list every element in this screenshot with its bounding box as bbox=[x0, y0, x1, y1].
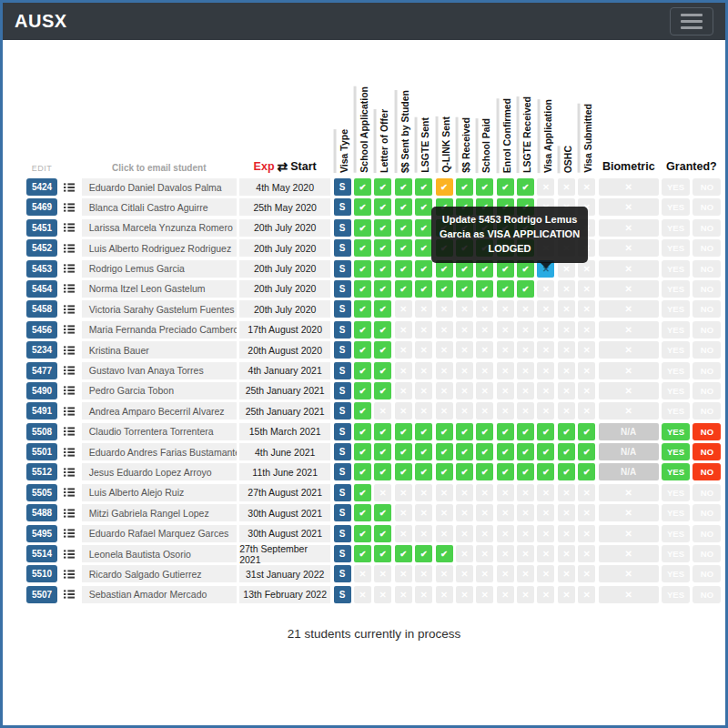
status-cell[interactable]: ✕ bbox=[558, 178, 575, 196]
status-cell[interactable]: ✔ bbox=[558, 463, 575, 480]
student-email-link[interactable]: Luis Alberto Alejo Ruiz bbox=[82, 484, 237, 501]
student-id-button[interactable]: 5508 bbox=[26, 423, 57, 440]
status-cell[interactable]: ✔ bbox=[415, 219, 432, 237]
status-cell[interactable]: ✔ bbox=[395, 239, 412, 257]
status-cell[interactable]: ✔ bbox=[436, 423, 453, 440]
granted-no-button[interactable]: NO bbox=[693, 463, 721, 480]
exp-start-sort-toggle[interactable]: Exp ⇄ Start bbox=[239, 160, 330, 173]
biometric-cell[interactable]: ✕ bbox=[599, 504, 659, 521]
status-cell[interactable]: ✕ bbox=[456, 362, 473, 379]
granted-no-button[interactable]: NO bbox=[693, 423, 721, 440]
status-cell[interactable]: ✔ bbox=[456, 178, 473, 196]
student-email-link[interactable]: Pedro Garcia Tobon bbox=[82, 382, 237, 399]
list-icon[interactable] bbox=[60, 219, 78, 237]
granted-yes-button[interactable]: YES bbox=[662, 362, 690, 379]
list-icon[interactable] bbox=[60, 300, 78, 318]
granted-no-button[interactable]: NO bbox=[693, 586, 721, 603]
status-cell[interactable]: ✕ bbox=[537, 586, 554, 603]
status-cell[interactable]: ✔ bbox=[395, 545, 412, 562]
status-cell[interactable]: ✕ bbox=[578, 178, 595, 196]
status-cell[interactable]: ✕ bbox=[558, 300, 575, 318]
status-cell[interactable]: ✕ bbox=[476, 565, 493, 582]
status-cell[interactable]: ✕ bbox=[558, 545, 575, 562]
status-cell[interactable]: ✕ bbox=[517, 382, 534, 399]
biometric-cell[interactable]: ✕ bbox=[599, 260, 659, 278]
status-cell[interactable]: ✔ bbox=[354, 484, 371, 501]
status-cell[interactable]: ✔ bbox=[374, 382, 391, 399]
status-cell[interactable]: ✕ bbox=[415, 586, 432, 603]
status-cell[interactable]: ✕ bbox=[578, 484, 595, 501]
status-cell[interactable]: ✕ bbox=[537, 341, 554, 359]
status-cell[interactable]: ✔ bbox=[374, 280, 391, 298]
visa-type-cell[interactable]: S bbox=[334, 178, 351, 196]
visa-type-cell[interactable]: S bbox=[334, 402, 351, 420]
status-cell[interactable]: ✔ bbox=[436, 443, 453, 460]
list-icon[interactable] bbox=[60, 260, 78, 278]
status-cell[interactable]: ✕ bbox=[558, 565, 575, 582]
status-cell[interactable]: ✕ bbox=[415, 504, 432, 521]
granted-no-button[interactable]: NO bbox=[693, 178, 721, 196]
granted-yes-button[interactable]: YES bbox=[662, 219, 690, 237]
status-cell[interactable]: ✔ bbox=[415, 443, 432, 460]
status-cell[interactable]: ✕ bbox=[395, 321, 412, 339]
granted-yes-button[interactable]: YES bbox=[662, 321, 690, 339]
status-cell[interactable]: ✔ bbox=[517, 280, 534, 298]
status-cell[interactable]: ✔ bbox=[497, 463, 514, 480]
status-cell[interactable]: ✕ bbox=[578, 545, 595, 562]
list-icon[interactable] bbox=[60, 586, 78, 603]
visa-type-cell[interactable]: S bbox=[334, 525, 351, 542]
student-email-link[interactable]: Norma Itzel Leon Gastelum bbox=[82, 280, 237, 298]
status-cell[interactable]: ✕ bbox=[497, 362, 514, 379]
status-cell[interactable]: ✔ bbox=[374, 545, 391, 562]
status-cell[interactable]: ✔ bbox=[354, 545, 371, 562]
status-cell[interactable]: ✕ bbox=[456, 565, 473, 582]
status-cell[interactable]: ✕ bbox=[354, 565, 371, 582]
status-cell[interactable]: ✕ bbox=[537, 504, 554, 521]
status-cell[interactable]: ✕ bbox=[415, 300, 432, 318]
status-cell[interactable]: ✕ bbox=[415, 402, 432, 420]
status-cell[interactable]: ✕ bbox=[476, 525, 493, 542]
status-cell[interactable]: ✔ bbox=[374, 423, 391, 440]
biometric-cell[interactable]: ✕ bbox=[599, 484, 659, 501]
visa-type-cell[interactable]: S bbox=[334, 198, 351, 216]
status-cell[interactable]: ✕ bbox=[578, 565, 595, 582]
status-cell[interactable]: ✕ bbox=[456, 484, 473, 501]
status-cell[interactable]: ✔ bbox=[374, 525, 391, 542]
status-cell[interactable]: ✔ bbox=[354, 463, 371, 480]
student-email-link[interactable]: Ricardo Salgado Gutierrez bbox=[82, 565, 237, 582]
visa-type-cell[interactable]: S bbox=[334, 504, 351, 521]
status-cell[interactable]: ✕ bbox=[456, 321, 473, 339]
visa-type-cell[interactable]: S bbox=[334, 586, 351, 603]
granted-no-button[interactable]: NO bbox=[693, 198, 721, 216]
status-cell[interactable]: ✔ bbox=[354, 423, 371, 440]
student-id-button[interactable]: 5458 bbox=[26, 300, 57, 318]
status-cell[interactable]: ✕ bbox=[517, 586, 534, 603]
biometric-cell[interactable]: ✕ bbox=[599, 402, 659, 420]
student-id-button[interactable]: 5456 bbox=[26, 321, 57, 339]
granted-yes-button[interactable]: YES bbox=[662, 198, 690, 216]
visa-type-cell[interactable]: S bbox=[334, 321, 351, 339]
status-cell[interactable]: ✕ bbox=[415, 484, 432, 501]
student-id-button[interactable]: 5505 bbox=[26, 484, 57, 501]
status-cell[interactable]: ✕ bbox=[436, 484, 453, 501]
student-id-button[interactable]: 5495 bbox=[26, 525, 57, 542]
biometric-cell[interactable]: N/A bbox=[599, 423, 659, 440]
list-icon[interactable] bbox=[60, 525, 78, 542]
visa-type-cell[interactable]: S bbox=[334, 545, 351, 562]
status-cell[interactable]: ✕ bbox=[395, 504, 412, 521]
granted-no-button[interactable]: NO bbox=[693, 525, 721, 542]
status-cell[interactable]: ✕ bbox=[476, 341, 493, 359]
visa-type-cell[interactable]: S bbox=[334, 219, 351, 237]
status-cell[interactable]: ✕ bbox=[517, 321, 534, 339]
granted-yes-button[interactable]: YES bbox=[662, 525, 690, 542]
list-icon[interactable] bbox=[60, 463, 78, 480]
visa-type-cell[interactable]: S bbox=[334, 341, 351, 359]
status-cell[interactable]: ✕ bbox=[537, 545, 554, 562]
list-icon[interactable] bbox=[60, 484, 78, 501]
status-cell[interactable]: ✔ bbox=[476, 463, 493, 480]
status-cell[interactable]: ✔ bbox=[436, 280, 453, 298]
status-cell[interactable]: ✔ bbox=[374, 178, 391, 196]
granted-yes-button[interactable]: YES bbox=[662, 545, 690, 562]
status-cell[interactable]: ✕ bbox=[537, 484, 554, 501]
status-cell[interactable]: ✕ bbox=[537, 178, 554, 196]
